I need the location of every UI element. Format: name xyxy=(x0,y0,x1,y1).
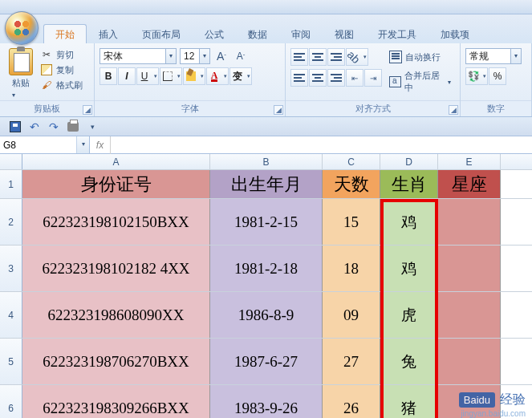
font-color-button[interactable]: A xyxy=(206,67,229,85)
align-right-button[interactable] xyxy=(327,69,345,87)
cell[interactable]: 18 xyxy=(323,246,380,291)
tab-insert[interactable]: 插入 xyxy=(87,24,130,43)
wrap-text-button[interactable]: 自动换行 xyxy=(385,48,455,66)
spreadsheet-grid[interactable]: A B C D E 1 身份证号 出生年月 天数 生肖 星座 2 6223231… xyxy=(0,154,532,418)
cell[interactable]: 622323198309266BXX xyxy=(22,385,210,418)
chevron-down-icon[interactable]: ▾ xyxy=(510,49,521,63)
number-format-combo[interactable]: 常规▾ xyxy=(465,48,522,64)
cell[interactable]: 1983-9-26 xyxy=(210,385,323,418)
tab-addins[interactable]: 加载项 xyxy=(428,24,481,43)
font-launcher[interactable]: ◢ xyxy=(274,105,283,115)
select-all-corner[interactable] xyxy=(0,154,22,169)
col-header-d[interactable]: D xyxy=(380,154,438,170)
qat-customize[interactable]: ▾ xyxy=(85,120,99,134)
increase-indent-button[interactable]: ⇥ xyxy=(364,69,382,87)
cell[interactable]: 622323198102182 4XX xyxy=(22,246,210,291)
align-center-button[interactable] xyxy=(309,69,327,87)
cut-button[interactable]: ✂剪切 xyxy=(40,48,83,61)
row-header[interactable]: 1 xyxy=(0,170,22,198)
copy-icon xyxy=(40,63,53,76)
cell[interactable] xyxy=(438,385,501,418)
bold-button[interactable]: B xyxy=(99,67,117,85)
row-header[interactable]: 5 xyxy=(0,339,22,384)
cell[interactable]: 1981-2-18 xyxy=(210,246,323,291)
align-top-button[interactable] xyxy=(290,48,308,66)
cell[interactable]: 26 xyxy=(323,385,380,418)
row-header[interactable]: 3 xyxy=(0,246,22,291)
font-size-combo[interactable]: 12▾ xyxy=(180,48,210,64)
cell[interactable]: 鸡 xyxy=(380,199,438,245)
cell[interactable]: 生肖 xyxy=(380,170,438,198)
cell[interactable] xyxy=(438,339,501,384)
align-middle-button[interactable] xyxy=(309,48,327,66)
tab-developer[interactable]: 开发工具 xyxy=(366,24,428,43)
cell[interactable]: 身份证号 xyxy=(22,170,210,198)
cell[interactable]: 出生年月 xyxy=(210,170,323,198)
clipboard-launcher[interactable]: ◢ xyxy=(83,105,92,115)
copy-button[interactable]: 复制 xyxy=(40,63,83,76)
italic-button[interactable]: I xyxy=(118,67,136,85)
cell[interactable]: 622323198608090XX xyxy=(22,292,210,338)
col-header-b[interactable]: B xyxy=(210,154,323,170)
cell[interactable]: 鸡 xyxy=(380,246,438,291)
cell[interactable] xyxy=(438,246,501,291)
border-button[interactable] xyxy=(160,67,182,85)
align-launcher[interactable]: ◢ xyxy=(449,105,458,115)
tab-data[interactable]: 数据 xyxy=(236,24,279,43)
underline-button[interactable]: U xyxy=(136,67,159,85)
col-header-a[interactable]: A xyxy=(22,154,210,170)
tab-formulas[interactable]: 公式 xyxy=(193,24,236,43)
paste-icon[interactable] xyxy=(9,48,33,75)
percent-button[interactable]: % xyxy=(489,67,506,85)
cell[interactable]: 622323198102150BXX xyxy=(22,199,210,245)
row-header[interactable]: 4 xyxy=(0,292,22,338)
name-box[interactable]: G8▾ xyxy=(0,136,90,153)
tab-home[interactable]: 开始 xyxy=(43,24,87,43)
cell[interactable]: 星座 xyxy=(438,170,501,198)
row-header[interactable]: 2 xyxy=(0,199,22,245)
cell[interactable] xyxy=(438,199,501,245)
orientation-button[interactable]: ab xyxy=(346,48,368,66)
cell[interactable]: 1981-2-15 xyxy=(210,199,323,245)
undo-button[interactable]: ↶ xyxy=(27,120,42,134)
col-header-e[interactable]: E xyxy=(438,154,501,170)
chevron-down-icon[interactable]: ▾ xyxy=(199,49,209,63)
cell[interactable] xyxy=(438,292,501,338)
cell[interactable]: 天数 xyxy=(323,170,380,198)
grow-font-button[interactable]: Aˆ xyxy=(213,48,229,64)
align-left-button[interactable] xyxy=(290,69,308,87)
align-bottom-button[interactable] xyxy=(327,48,345,66)
shrink-font-button[interactable]: Aˇ xyxy=(233,48,249,64)
row-header[interactable]: 6 xyxy=(0,385,22,418)
merge-center-button[interactable]: 合并后居中 ▾ xyxy=(385,67,455,96)
cell[interactable]: 虎 xyxy=(380,292,438,338)
cell[interactable]: 兔 xyxy=(380,339,438,384)
tab-view[interactable]: 视图 xyxy=(323,24,366,43)
font-name-combo[interactable]: 宋体▾ xyxy=(99,48,177,64)
save-button[interactable] xyxy=(8,120,22,134)
chevron-down-icon[interactable]: ▾ xyxy=(76,136,89,153)
cell[interactable]: 15 xyxy=(323,199,380,245)
decrease-indent-button[interactable]: ⇤ xyxy=(346,69,363,87)
accounting-format-button[interactable]: 💱 xyxy=(465,67,488,85)
office-button[interactable] xyxy=(5,11,39,45)
paste-button[interactable]: 粘贴▾ xyxy=(12,77,30,99)
formula-bar[interactable] xyxy=(111,136,532,153)
cell[interactable]: 1987-6-27 xyxy=(210,339,323,384)
cell[interactable]: 猪 xyxy=(380,385,438,418)
cell[interactable]: 27 xyxy=(323,339,380,384)
phonetic-button[interactable]: 变 xyxy=(229,67,252,85)
fx-button[interactable]: fx xyxy=(90,136,111,154)
format-painter-button[interactable]: 🖌格式刷 xyxy=(40,79,83,91)
tab-review[interactable]: 审阅 xyxy=(279,24,323,43)
print-button[interactable] xyxy=(66,120,80,134)
cell[interactable]: 1986-8-9 xyxy=(210,292,323,338)
col-header-c[interactable]: C xyxy=(323,154,380,170)
fill-color-button[interactable] xyxy=(183,67,205,85)
cell[interactable]: 09 xyxy=(323,292,380,338)
tab-layout[interactable]: 页面布局 xyxy=(130,24,193,43)
cell[interactable]: 622323198706270BXX xyxy=(22,339,210,384)
redo-button[interactable]: ↷ xyxy=(47,120,61,134)
chevron-down-icon[interactable]: ▾ xyxy=(165,49,176,63)
group-align-label: 对齐方式 xyxy=(355,103,391,113)
